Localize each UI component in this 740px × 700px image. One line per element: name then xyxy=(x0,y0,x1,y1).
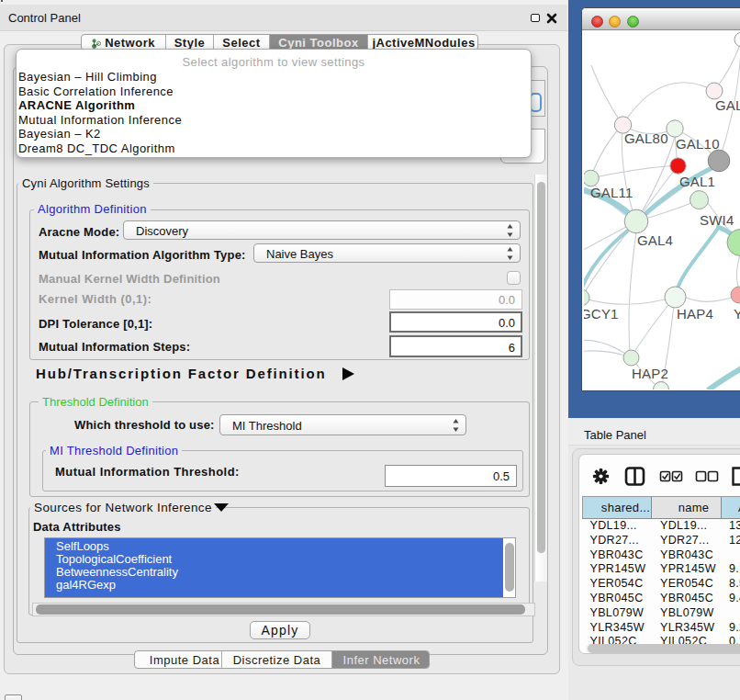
svg-text:HAP2: HAP2 xyxy=(632,366,668,381)
svg-text:GCY1: GCY1 xyxy=(584,306,619,322)
svg-text:YBR0: YBR0 xyxy=(734,306,740,322)
svg-text:GAL4: GAL4 xyxy=(637,232,673,248)
svg-text:SWI4: SWI4 xyxy=(700,212,734,228)
svg-text:HAP4: HAP4 xyxy=(677,306,713,322)
svg-text:GAL80: GAL80 xyxy=(624,130,668,146)
svg-text:GAL10: GAL10 xyxy=(676,136,720,152)
svg-text:GAL2: GAL2 xyxy=(715,97,740,113)
svg-text:GAL11: GAL11 xyxy=(590,185,633,200)
svg-text:GAL1: GAL1 xyxy=(679,174,715,189)
